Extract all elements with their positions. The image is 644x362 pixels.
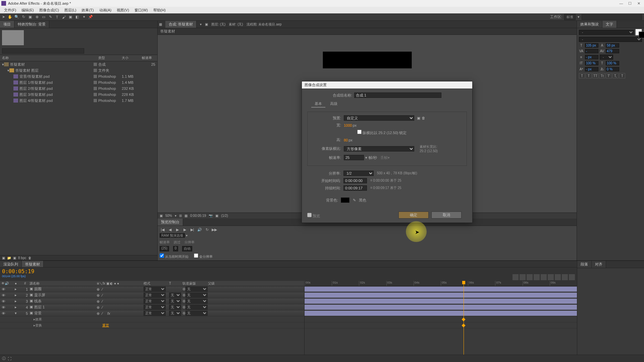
blend-mode-select[interactable]: 正常: [144, 305, 166, 310]
tab-effect-controls[interactable]: 特效控制台: 背景: [14, 21, 49, 28]
pickwhip-icon[interactable]: ⊚: [182, 311, 185, 315]
tab-align[interactable]: 对齐: [592, 261, 606, 268]
layer-clip[interactable]: [305, 311, 577, 316]
baseline-input[interactable]: - px: [585, 67, 598, 71]
delete-preset-icon[interactable]: 🗑: [422, 116, 425, 120]
small-caps-button[interactable]: Tt: [599, 73, 605, 78]
tab-footage[interactable]: 素材: (无): [229, 22, 243, 27]
text-color-swatches[interactable]: [635, 29, 642, 36]
tab-flowchart[interactable]: 流程图: 未命名项目.aep: [247, 22, 282, 27]
graph-icon[interactable]: [562, 274, 568, 280]
interpret-icon[interactable]: ▣: [2, 256, 5, 260]
hscale-input[interactable]: 100 %: [606, 61, 619, 65]
blend-mode-select[interactable]: 正常: [144, 293, 166, 298]
col-parent[interactable]: 父级: [208, 281, 231, 286]
camera-tool-icon[interactable]: ▣: [27, 14, 34, 20]
chk-from-current[interactable]: 从当前时间开始: [160, 253, 189, 259]
hand-tool-icon[interactable]: ✋: [7, 14, 13, 20]
last-frame-icon[interactable]: ▶|: [189, 227, 195, 232]
rect-tool-icon[interactable]: ▭: [40, 14, 47, 20]
play-icon[interactable]: ▶: [174, 227, 180, 232]
tracking-input[interactable]: 479: [606, 49, 619, 53]
trkmat-select[interactable]: 无: [169, 311, 181, 316]
next-frame-icon[interactable]: ▶: [182, 227, 188, 232]
pickwhip-icon[interactable]: ⊚: [182, 293, 185, 297]
loop-icon[interactable]: ↻: [204, 227, 210, 232]
timeline-tracks[interactable]: 00s 01s 02s 03s 04s 05s 06s 07s 08s 09s: [305, 281, 577, 362]
parent-select[interactable]: 无: [185, 311, 208, 316]
tab-basic[interactable]: 基本: [311, 101, 325, 108]
puppet-tool-icon[interactable]: 📌: [87, 14, 94, 20]
start-timecode-input[interactable]: [343, 178, 367, 183]
layer-row[interactable]: 👁 ▸ 4 ▣ 图层 1 ⊕∕ 正常 无 ⊚无: [0, 304, 304, 310]
parent-select[interactable]: 无: [185, 299, 208, 304]
label-swatch[interactable]: [94, 99, 97, 102]
close-button[interactable]: ✕: [635, 1, 643, 6]
expand-icon[interactable]: ⛶: [8, 357, 11, 361]
res-select[interactable]: 1/2: [343, 171, 374, 176]
reset-link[interactable]: 重置: [102, 323, 109, 328]
blend-mode-select[interactable]: 正常: [144, 311, 166, 316]
underline-button[interactable]: T: [619, 73, 625, 78]
time-ruler[interactable]: 00s 01s 02s 03s 04s 05s 06s 07s 08s 09s: [305, 281, 577, 286]
ram-dropdown[interactable]: RAM 预演选项: [160, 233, 185, 238]
help-search-input[interactable]: [582, 14, 642, 20]
col-trkmat[interactable]: 轨道蒙版: [182, 281, 208, 286]
duration-input[interactable]: [343, 185, 367, 191]
auto-keyframe-icon[interactable]: [569, 274, 575, 280]
prev-frame-icon[interactable]: ◀: [167, 227, 173, 232]
parent-select[interactable]: 无: [185, 305, 208, 310]
anchor-tool-icon[interactable]: ⊕: [34, 14, 40, 20]
skip-select[interactable]: 0: [173, 246, 178, 251]
layer-clip[interactable]: [305, 293, 577, 298]
search-icon[interactable]: [513, 274, 519, 280]
selection-tool-icon[interactable]: ➤: [0, 14, 7, 20]
vscale-input[interactable]: 100 %: [585, 61, 598, 65]
save-preset-icon[interactable]: ▣: [417, 116, 420, 120]
tsume-input[interactable]: 0 %: [606, 67, 619, 71]
label-swatch[interactable]: [94, 93, 97, 96]
width-input[interactable]: 1000: [344, 123, 352, 127]
timecode[interactable]: 0:00:05:19: [2, 268, 38, 275]
res-dropdown[interactable]: (1/2): [221, 214, 228, 218]
trash-icon[interactable]: 🗑: [28, 256, 32, 260]
bg-color-swatch[interactable]: [341, 197, 350, 203]
cancel-button[interactable]: 取消: [431, 212, 462, 219]
all-caps-button[interactable]: TT: [592, 73, 598, 78]
triangle-icon[interactable]: ▣: [160, 214, 163, 218]
menu-window[interactable]: 窗口(W): [132, 8, 151, 13]
layer-clip[interactable]: [305, 305, 577, 310]
tab-preview[interactable]: 预览控制台: [158, 219, 183, 226]
info-icon[interactable]: ⓘ: [2, 356, 6, 361]
frame-blend-icon[interactable]: [541, 274, 547, 280]
kerning-input[interactable]: -: [585, 49, 598, 53]
blend-mode-select[interactable]: 正常: [144, 299, 166, 304]
menu-effect[interactable]: 效果(T): [79, 8, 96, 13]
project-item[interactable]: ▾ 答疑素材 图层 文件夹: [0, 67, 157, 73]
mask-icon[interactable]: ▦: [184, 214, 187, 218]
label-swatch[interactable]: [94, 81, 97, 84]
font-style-select[interactable]: -: [579, 37, 642, 42]
pickwhip-icon[interactable]: ⊚: [182, 287, 185, 291]
menu-edit[interactable]: 编辑(E): [19, 8, 37, 13]
resolution-select[interactable]: 自动: [182, 246, 192, 251]
col-source-name[interactable]: 源名称: [30, 281, 97, 286]
menu-animation[interactable]: 动画(A): [97, 8, 114, 13]
menu-view[interactable]: 视图(V): [114, 8, 132, 13]
framerate-select[interactable]: (25): [160, 246, 169, 251]
project-item[interactable]: 图层 4/答疑素材.psd Photoshop 1.7 MB: [0, 98, 157, 104]
playhead[interactable]: [464, 281, 464, 362]
project-item[interactable]: 背景/答疑素材.psd Photoshop 1.1 MB: [0, 73, 157, 79]
stroke-input[interactable]: - px: [585, 55, 598, 59]
layer-row[interactable]: 👁 ▸ 2 ▣ 显示屏 ⊕∕ 正常 无 ⊚无: [0, 292, 304, 298]
tab-layer[interactable]: 图层: (无): [211, 22, 225, 27]
view-toggle-icon[interactable]: ▣: [205, 22, 208, 26]
dropdown-icon[interactable]: ▾: [200, 22, 202, 26]
tab-paragraph[interactable]: 段落: [577, 261, 592, 268]
lock-aspect-checkbox[interactable]: 纵横比以 25:2 (12.50) 锁定: [357, 130, 407, 135]
tab-timeline-comp[interactable]: 答疑素材: [22, 261, 44, 267]
ok-button[interactable]: 确定: [398, 212, 429, 219]
workspace-dropdown[interactable]: 标准: [564, 14, 576, 20]
parent-select[interactable]: 无: [185, 293, 208, 298]
preview-checkbox[interactable]: 预览: [307, 213, 320, 219]
